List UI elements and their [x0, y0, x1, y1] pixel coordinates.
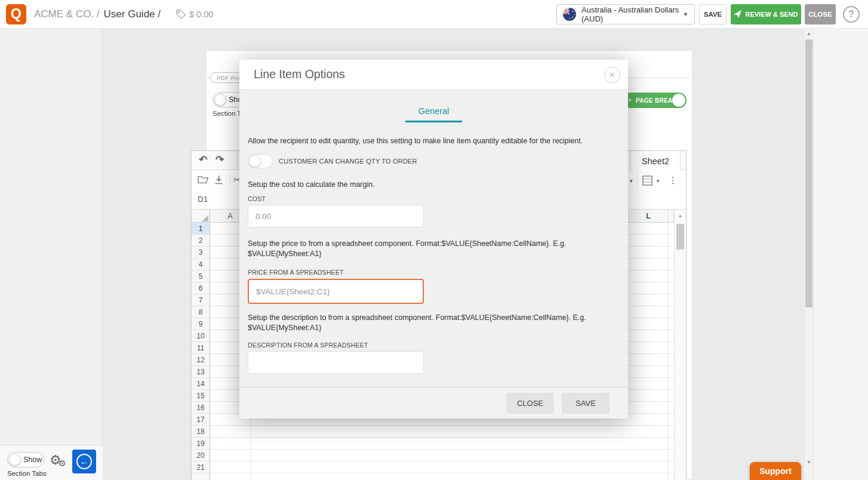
tag-icon	[176, 10, 186, 19]
row-header[interactable]: 14	[192, 378, 210, 390]
chevron-down-icon: ▼	[683, 11, 688, 17]
help-icon[interactable]: ?	[843, 6, 860, 23]
paper-plane-icon	[734, 10, 741, 18]
borders-icon[interactable]	[642, 176, 652, 186]
undo-icon[interactable]: ↶	[199, 153, 207, 166]
quantity-intro-text: Allow the recipient to edit quantity, us…	[248, 136, 620, 146]
close-document-button[interactable]: CLOSE	[805, 4, 836, 24]
download-icon[interactable]	[214, 175, 223, 184]
toggle-knob	[672, 94, 685, 107]
arrow-left-circle-icon: ←	[76, 454, 92, 469]
row-header[interactable]: 15	[192, 390, 210, 402]
section-tabs-toggle[interactable]: Show	[7, 452, 44, 467]
price-tag-value: $ 0.00	[189, 10, 213, 19]
chevron-left-icon: ‹	[629, 95, 631, 104]
page-break-label: PAGE BREAK	[636, 97, 677, 104]
row-header[interactable]: 17	[192, 414, 210, 426]
scroll-up-icon[interactable]: ▲	[675, 210, 686, 219]
description-label: DESCRIPTION FROM A SPREADSHEET	[248, 341, 620, 349]
main-scrollbar[interactable]: ▲ ▼	[805, 29, 813, 480]
section-tabs-caption: Section Tabs	[7, 470, 47, 477]
select-all-corner[interactable]	[192, 210, 210, 223]
cell-name-box[interactable]: D1	[198, 195, 208, 204]
review-send-label: REVIEW & SEND	[745, 11, 798, 18]
redo-icon[interactable]: ↷	[216, 153, 224, 166]
dropdown-caret-icon[interactable]: ▾	[657, 178, 660, 184]
sheet-vertical-scrollbar[interactable]: ▲	[674, 210, 686, 480]
modal-title: Line Item Options	[254, 67, 345, 81]
app: PDF PAGE Show Section T ‹ PAGE BREAK ↶ ↷…	[0, 0, 868, 480]
price-label: PRICE FROM A SPREADSHEET	[248, 269, 620, 276]
gridline	[668, 223, 669, 480]
divider	[230, 174, 230, 187]
row-header[interactable]: 6	[192, 282, 210, 294]
row-header[interactable]: 10	[192, 330, 210, 342]
collapse-sidebar-button[interactable]: ←	[72, 450, 96, 473]
save-button[interactable]: SAVE	[699, 4, 727, 24]
scroll-up-icon[interactable]: ▲	[805, 31, 813, 36]
scrollbar-thumb[interactable]	[676, 224, 684, 250]
row-header[interactable]: 4	[192, 259, 210, 270]
price-from-spreadsheet-input[interactable]	[248, 279, 424, 304]
support-button[interactable]: Support	[750, 462, 801, 480]
row-header[interactable]: 5	[192, 270, 210, 282]
modal-tabs: General	[248, 90, 620, 122]
price-tag: $ 0.00	[176, 10, 213, 19]
close-icon[interactable]: ✕	[604, 67, 620, 83]
q-logo[interactable]: Q	[6, 4, 26, 24]
row-header[interactable]: 12	[192, 354, 210, 366]
cost-label: COST	[248, 195, 620, 202]
customer-qty-toggle[interactable]	[248, 154, 273, 168]
currency-label: Australia - Australian Dollars (AUD)	[581, 5, 683, 23]
qty-toggle-row: CUSTOMER CAN CHANGE QTY TO ORDER	[248, 154, 620, 168]
modal-close-button[interactable]: CLOSE	[506, 393, 554, 414]
row-header[interactable]: 8	[192, 306, 210, 318]
breadcrumb-document[interactable]: User Guide /	[104, 8, 161, 20]
cost-input[interactable]	[248, 205, 424, 227]
doc-section-title-label: Section T	[213, 110, 241, 117]
review-send-button[interactable]: REVIEW & SEND	[731, 4, 801, 24]
qty-toggle-label: CUSTOMER CAN CHANGE QTY TO ORDER	[279, 158, 417, 165]
divider	[637, 174, 638, 187]
row-header[interactable]: 20	[192, 450, 210, 461]
line-item-options-modal: Line Item Options ✕ General Allow the re…	[239, 60, 628, 419]
show-label: Show	[23, 456, 42, 464]
kebab-menu-icon[interactable]: ⋮	[669, 175, 678, 186]
sections-sidebar	[0, 29, 103, 480]
currency-select[interactable]: Australia - Australian Dollars (AUD) ▼	[556, 4, 695, 24]
components-sidebar	[813, 29, 868, 480]
row-header[interactable]: 7	[192, 294, 210, 306]
row-header[interactable]: 3	[192, 247, 210, 259]
australia-flag-icon	[563, 8, 576, 21]
sheet-tab-sheet2[interactable]: Sheet2	[630, 151, 681, 171]
dropdown-caret-icon[interactable]: ▾	[630, 178, 633, 184]
tab-general[interactable]: General	[405, 106, 463, 122]
row-header[interactable]: 21	[192, 461, 210, 473]
breadcrumb-company: ACME & CO. /	[34, 8, 100, 20]
modal-footer: CLOSE SAVE	[239, 387, 628, 419]
row-header[interactable]: 1	[192, 223, 210, 235]
modal-body: General Allow the recipient to edit quan…	[239, 90, 628, 387]
open-file-icon[interactable]	[198, 175, 208, 184]
column-header-partial[interactable]	[669, 210, 674, 223]
column-header-l[interactable]: L	[629, 210, 669, 223]
corner-triangle-icon	[202, 215, 208, 221]
row-header[interactable]: 13	[192, 366, 210, 378]
gears-icon[interactable]: ⚙⚙	[50, 453, 61, 468]
scroll-down-icon[interactable]: ▼	[805, 460, 813, 465]
page-break-toggle[interactable]: ‹ PAGE BREAK	[623, 93, 687, 108]
toggle-knob	[214, 94, 226, 106]
toggle-knob	[249, 155, 261, 167]
row-header[interactable]: 16	[192, 402, 210, 414]
row-header[interactable]: 9	[192, 318, 210, 330]
description-from-spreadsheet-input[interactable]	[248, 351, 424, 374]
row-header[interactable]: 18	[192, 426, 210, 438]
top-bar: Q ACME & CO. / User Guide / $ 0.00 Austr…	[0, 0, 868, 29]
modal-save-button[interactable]: SAVE	[562, 393, 610, 414]
row-header[interactable]: 2	[192, 235, 210, 247]
scrollbar-thumb[interactable]	[805, 39, 812, 307]
toggle-knob	[9, 454, 21, 466]
row-header[interactable]: 11	[192, 342, 210, 354]
topbar-actions: Australia - Australian Dollars (AUD) ▼ S…	[556, 4, 860, 24]
row-header[interactable]: 19	[192, 438, 210, 450]
